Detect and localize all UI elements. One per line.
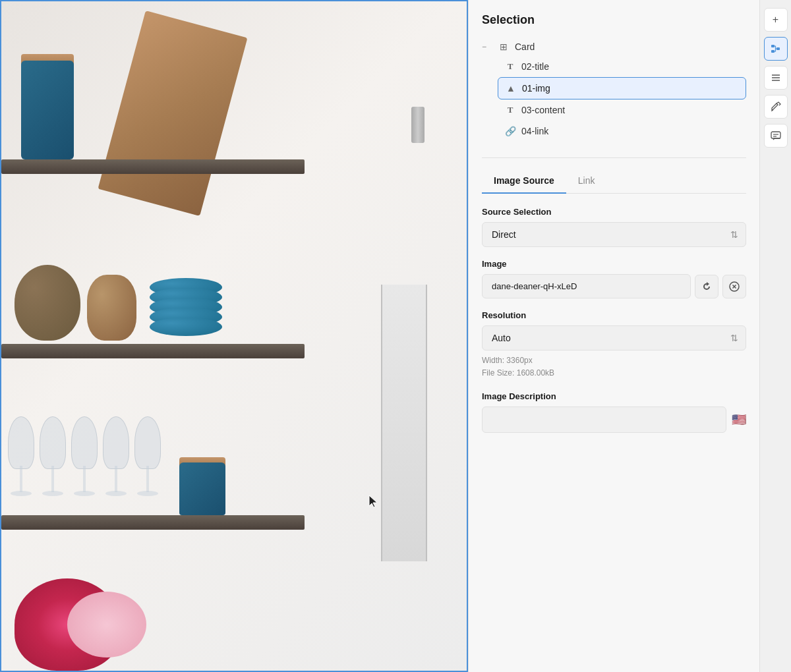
canvas-area <box>0 0 468 672</box>
tab-image-source[interactable]: Image Source <box>482 169 566 194</box>
resolution-wrapper: Auto 1x 2x 3x ⇅ <box>482 325 746 350</box>
image-input-row: dane-deaner-qH-xLeD <box>482 274 746 298</box>
tree-item-02-title[interactable]: T 02-title <box>498 56 746 77</box>
glass-5 <box>134 416 161 512</box>
source-selection-select[interactable]: Direct Dynamic Asset Library <box>482 222 746 247</box>
link-icon: 🔗 <box>504 126 516 136</box>
glass-cup-3 <box>71 416 98 469</box>
shelf-2 <box>1 344 305 358</box>
resolution-label: Resolution <box>482 310 746 320</box>
source-selection-field: Source Selection Direct Dynamic Asset Li… <box>482 207 746 247</box>
svg-rect-1 <box>771 45 775 47</box>
panel-toolbar: + <box>759 0 791 672</box>
add-btn[interactable]: + <box>764 8 788 32</box>
tree-indent-02-title: T 02-title <box>482 56 746 77</box>
shelf-1 <box>1 159 305 174</box>
glass-base-5 <box>137 491 158 496</box>
filesize-value: 1608.00kB <box>517 368 554 378</box>
door-handle <box>411 107 425 143</box>
tree-item-03-content[interactable]: T 03-content <box>498 99 746 121</box>
tree-indent-03-content: T 03-content <box>482 99 746 121</box>
content-icon: T <box>504 105 516 115</box>
description-input[interactable] <box>482 406 726 433</box>
comment-icon <box>770 130 782 142</box>
image-description-label: Image Description <box>482 391 746 401</box>
bowl-5 <box>150 318 222 336</box>
bowl-stack <box>146 265 225 341</box>
glass-stem-5 <box>146 466 149 492</box>
tree-item-01-img[interactable]: ▲ 01-img <box>498 77 746 99</box>
glass-1 <box>8 416 34 512</box>
title-icon: T <box>504 61 516 72</box>
tree-root-card[interactable]: − ⊞ Card <box>482 38 746 56</box>
glass-2 <box>40 416 66 512</box>
title-label: 02-title <box>521 61 549 72</box>
comment-btn[interactable] <box>764 124 788 148</box>
glass-base-2 <box>42 491 63 496</box>
svg-point-7 <box>772 109 773 111</box>
img-icon: ▲ <box>505 83 517 94</box>
width-label: Width: <box>482 356 504 365</box>
tree-section: − ⊞ Card T 02-title ▲ 01-img <box>482 38 746 142</box>
cutting-board <box>98 11 247 216</box>
glass-cup-2 <box>40 416 66 469</box>
list-btn[interactable] <box>764 66 788 90</box>
glass-3 <box>71 416 98 512</box>
selection-header: Selection <box>482 13 746 27</box>
resolution-meta: Width: 3360px File Size: 1608.00kB <box>482 354 746 379</box>
card-label: Card <box>515 42 535 52</box>
tree-btn[interactable] <box>764 37 788 61</box>
flower-bunch-2 <box>67 592 146 658</box>
tree-indent-04-link: 🔗 04-link <box>482 121 746 142</box>
image-refresh-btn[interactable] <box>695 275 718 298</box>
small-jar <box>179 462 225 515</box>
glass-base-4 <box>105 491 127 496</box>
shelf-background <box>1 1 467 671</box>
glass-stem-1 <box>20 466 22 492</box>
resolution-select[interactable]: Auto 1x 2x 3x <box>482 325 746 350</box>
filesize-label: File Size: <box>482 368 514 378</box>
resolution-field: Resolution Auto 1x 2x 3x ⇅ Width: 3360px… <box>482 310 746 379</box>
source-selection-label: Source Selection <box>482 207 746 217</box>
paint-btn[interactable] <box>764 95 788 119</box>
glasses-row <box>8 416 161 512</box>
glass-cup-5 <box>134 416 161 469</box>
link-label: 04-link <box>521 126 548 136</box>
divider <box>482 157 746 158</box>
tab-link[interactable]: Link <box>566 169 607 194</box>
canister <box>21 61 74 159</box>
image-value: dane-deaner-qH-xLeD <box>482 274 691 298</box>
tree-indent-01-img: ▲ 01-img <box>482 77 746 99</box>
content-label: 03-content <box>521 105 565 115</box>
panel-content: Selection − ⊞ Card T 02-title ▲ 01-img <box>469 0 759 672</box>
glass-stem-3 <box>83 466 86 492</box>
glass-cup-1 <box>8 416 34 469</box>
shelf-3 <box>1 515 305 530</box>
teapot <box>15 265 80 341</box>
door-element <box>381 285 427 561</box>
flag-icon[interactable]: 🇺🇸 <box>732 412 746 427</box>
collapse-button[interactable]: − <box>482 42 492 51</box>
svg-rect-8 <box>771 132 780 138</box>
tree-icon <box>770 43 782 55</box>
tabs: Image Source Link <box>482 169 746 194</box>
list-icon <box>770 72 782 84</box>
flowers <box>15 565 146 671</box>
glass-stem-4 <box>115 466 117 492</box>
source-selection-wrapper: Direct Dynamic Asset Library ⇅ <box>482 222 746 247</box>
right-panel: Selection − ⊞ Card T 02-title ▲ 01-img <box>468 0 791 672</box>
img-label: 01-img <box>522 83 550 94</box>
tree-item-04-link[interactable]: 🔗 04-link <box>498 121 746 142</box>
image-clear-btn[interactable] <box>722 275 746 298</box>
cursor <box>368 494 381 510</box>
glass-base-3 <box>74 491 95 496</box>
paint-icon <box>770 101 782 113</box>
width-value: 3360px <box>506 356 532 365</box>
svg-rect-3 <box>776 47 780 50</box>
glass-4 <box>103 416 129 512</box>
svg-rect-2 <box>771 50 775 53</box>
glass-stem-2 <box>51 466 54 492</box>
description-row: 🇺🇸 <box>482 406 746 433</box>
card-icon: ⊞ <box>498 42 510 52</box>
image-description-field: Image Description 🇺🇸 <box>482 391 746 433</box>
